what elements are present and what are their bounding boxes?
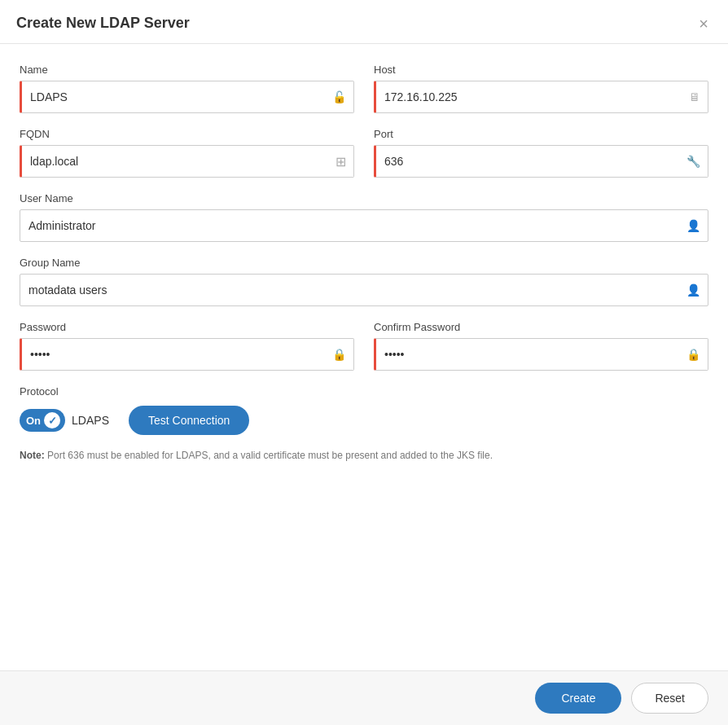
name-input[interactable]	[20, 81, 354, 113]
note-content: Port 636 must be enabled for LDAPS, and …	[47, 450, 493, 461]
modal-body: Name Host FQDN	[0, 44, 728, 670]
field-name: Name	[20, 64, 354, 113]
host-input-wrapper	[374, 81, 708, 113]
fqdn-label: FQDN	[20, 128, 354, 140]
toggle-container: On ✓ LDAPS	[20, 409, 109, 432]
field-username: User Name	[20, 192, 708, 242]
name-label: Name	[20, 64, 354, 76]
toggle-check: ✓	[44, 412, 60, 428]
modal-title: Create New LDAP Server	[16, 15, 190, 32]
field-confirm-password: Confirm Password	[374, 321, 708, 371]
field-fqdn: FQDN	[20, 128, 354, 178]
username-input-wrapper	[20, 209, 708, 242]
groupname-label: Group Name	[20, 257, 708, 269]
test-connection-button[interactable]: Test Connection	[129, 406, 249, 435]
create-button[interactable]: Create	[535, 683, 621, 714]
reset-button[interactable]: Reset	[631, 683, 708, 714]
name-input-wrapper	[20, 81, 354, 113]
groupname-input[interactable]	[20, 274, 708, 306]
confirm-password-label: Confirm Password	[374, 321, 708, 333]
username-input[interactable]	[20, 209, 708, 242]
protocol-value-label: LDAPS	[72, 414, 109, 427]
field-host: Host	[374, 64, 708, 113]
row-fqdn-port: FQDN Port	[20, 128, 708, 178]
modal-footer: Create Reset	[0, 670, 728, 725]
field-groupname: Group Name	[20, 257, 708, 306]
confirm-password-input[interactable]	[374, 338, 708, 371]
create-ldap-modal: Create New LDAP Server × Name Host	[0, 0, 728, 725]
username-label: User Name	[20, 192, 708, 204]
password-input[interactable]	[20, 338, 354, 371]
row-name-host: Name Host	[20, 64, 708, 113]
fqdn-input[interactable]	[20, 145, 354, 178]
field-port: Port	[374, 128, 708, 178]
row-username: User Name	[20, 192, 708, 242]
protocol-row: On ✓ LDAPS Test Connection	[20, 406, 708, 435]
close-button[interactable]: ×	[695, 15, 712, 32]
protocol-section: Protocol On ✓ LDAPS Test Connection Note…	[20, 385, 708, 463]
groupname-input-wrapper	[20, 274, 708, 306]
toggle-on-label: On	[26, 415, 41, 427]
host-input[interactable]	[374, 81, 708, 113]
modal-header: Create New LDAP Server ×	[0, 0, 728, 44]
row-groupname: Group Name	[20, 257, 708, 306]
row-passwords: Password Confirm Password	[20, 321, 708, 371]
password-label: Password	[20, 321, 354, 333]
field-password: Password	[20, 321, 354, 371]
port-input[interactable]	[374, 145, 708, 178]
check-icon: ✓	[48, 415, 57, 427]
note-text: Note: Port 636 must be enabled for LDAPS…	[20, 448, 708, 463]
fqdn-input-wrapper	[20, 145, 354, 178]
note-label: Note:	[20, 450, 45, 461]
port-input-wrapper	[374, 145, 708, 178]
protocol-toggle[interactable]: On ✓	[20, 409, 65, 432]
password-input-wrapper	[20, 338, 354, 371]
port-label: Port	[374, 128, 708, 140]
host-label: Host	[374, 64, 708, 76]
confirm-password-input-wrapper	[374, 338, 708, 371]
protocol-label: Protocol	[20, 385, 708, 398]
